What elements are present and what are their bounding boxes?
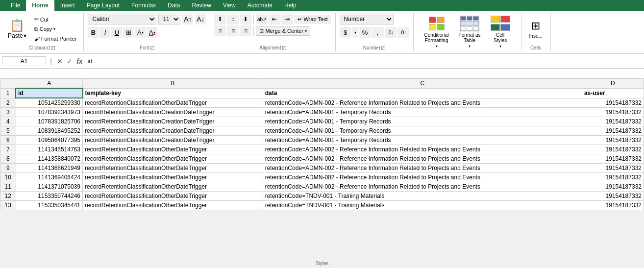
- row-number-8[interactable]: 8: [0, 154, 16, 164]
- cell-D8[interactable]: 19154187332: [582, 154, 644, 164]
- cell-D12[interactable]: 19154187332: [582, 192, 644, 201]
- cell-A4[interactable]: 1078391825706: [16, 117, 83, 126]
- align-top-button[interactable]: ⬆: [214, 14, 226, 24]
- cell-B7[interactable]: recordRetentionClassificationOtherDateTr…: [83, 145, 263, 154]
- cell-B2[interactable]: recordRetentionClassificationOtherDateTr…: [83, 98, 263, 108]
- comma-button[interactable]: ,: [372, 27, 384, 38]
- alignment-expand-icon[interactable]: ⌐: [282, 46, 286, 50]
- cell-B12[interactable]: recordRetentionClassificationOtherDateTr…: [83, 192, 263, 201]
- paste-button[interactable]: 📋 Paste ▾: [4, 14, 30, 44]
- cell-A3[interactable]: 1078392343973: [16, 108, 83, 117]
- row-number-9[interactable]: 9: [0, 164, 16, 173]
- row-number-12[interactable]: 12: [0, 192, 16, 201]
- cell-B5[interactable]: recordRetentionClassificationCreationDat…: [83, 126, 263, 136]
- align-left-button[interactable]: ≡: [214, 25, 226, 36]
- cell-C12[interactable]: retentionCode=TNDV-001 - Training Materi…: [263, 192, 582, 201]
- formula-input[interactable]: [86, 56, 642, 66]
- cell-A2[interactable]: 1051425259330: [16, 98, 83, 108]
- text-orient-button[interactable]: ab↗: [256, 14, 268, 24]
- cell-B10[interactable]: recordRetentionClassificationOtherDateTr…: [83, 173, 263, 182]
- cell-D13[interactable]: 19154187332: [582, 201, 644, 210]
- decrease-decimal-button[interactable]: .0↓: [385, 27, 396, 38]
- cell-C13[interactable]: retentionCode=TNDV-001 - Training Materi…: [263, 201, 582, 210]
- cell-C3[interactable]: retentionCode=ADMN-001 - Temporary Recor…: [263, 108, 582, 117]
- underline-button[interactable]: U: [111, 27, 122, 38]
- col-header-b[interactable]: B: [83, 79, 263, 89]
- tab-insert[interactable]: Insert: [54, 0, 81, 11]
- cell-A7[interactable]: 1141345514763: [16, 145, 83, 154]
- formula-fx-icon[interactable]: fx: [75, 56, 83, 66]
- conditional-formatting-button[interactable]: ConditionalFormatting ▾: [421, 14, 453, 50]
- row-number-3[interactable]: 3: [0, 108, 16, 117]
- cell-A10[interactable]: 1141369406424: [16, 173, 83, 182]
- cell-B3[interactable]: recordRetentionClassificationCreationDat…: [83, 108, 263, 117]
- percent-button[interactable]: %: [359, 27, 371, 38]
- format-painter-button[interactable]: 🖌 Format Painter: [32, 35, 79, 43]
- cell-A12[interactable]: 1153350744246: [16, 192, 83, 201]
- tab-home[interactable]: Home: [26, 0, 54, 11]
- row-number-11[interactable]: 11: [0, 182, 16, 192]
- wrap-text-button[interactable]: ↵ Wrap Text: [294, 15, 331, 24]
- indent-decrease-button[interactable]: ⇤: [269, 14, 280, 24]
- align-center-button[interactable]: ≡: [227, 25, 239, 36]
- number-format-select[interactable]: Number: [340, 14, 394, 24]
- cell-D10[interactable]: 19154187332: [582, 173, 644, 182]
- tab-view[interactable]: View: [217, 0, 242, 11]
- cell-D4[interactable]: 19154187332: [582, 117, 644, 126]
- align-bottom-button[interactable]: ⬇: [240, 14, 251, 24]
- align-middle-button[interactable]: ↕: [227, 14, 239, 24]
- clipboard-expand-icon[interactable]: ⌐: [51, 46, 55, 50]
- indent-increase-button[interactable]: ⇥: [281, 14, 293, 24]
- cell-D3[interactable]: 19154187332: [582, 108, 644, 117]
- fill-color-button[interactable]: A▾: [135, 27, 146, 38]
- row-number-6[interactable]: 6: [0, 136, 16, 145]
- name-box[interactable]: [2, 56, 46, 66]
- tab-file[interactable]: File: [5, 0, 26, 11]
- cell-A8[interactable]: 1141358840072: [16, 154, 83, 164]
- row-number-13[interactable]: 13: [0, 201, 16, 210]
- cell-C7[interactable]: retentionCode=ADMN-002 - Reference Infor…: [263, 145, 582, 154]
- tab-review[interactable]: Review: [186, 0, 217, 11]
- formula-cancel-icon[interactable]: ✕: [56, 56, 64, 66]
- tab-data[interactable]: Data: [162, 0, 186, 11]
- cell-B4[interactable]: recordRetentionClassificationCreationDat…: [83, 117, 263, 126]
- cell-C5[interactable]: retentionCode=ADMN-001 - Temporary Recor…: [263, 126, 582, 136]
- cell-D2[interactable]: 19154187332: [582, 98, 644, 108]
- font-family-select[interactable]: Calibri: [88, 14, 156, 24]
- row-number-5[interactable]: 5: [0, 126, 16, 136]
- currency-dropdown[interactable]: ▾: [352, 27, 358, 38]
- cell-D5[interactable]: 19154187332: [582, 126, 644, 136]
- cell-C8[interactable]: retentionCode=ADMN-002 - Reference Infor…: [263, 154, 582, 164]
- cell-C4[interactable]: retentionCode=ADMN-001 - Temporary Recor…: [263, 117, 582, 126]
- cell-C6[interactable]: retentionCode=ADMN-001 - Temporary Recor…: [263, 136, 582, 145]
- row-number-7[interactable]: 7: [0, 145, 16, 154]
- row-number-1[interactable]: 1: [0, 88, 16, 98]
- cut-button[interactable]: ✂ Cut: [32, 15, 79, 24]
- cell-C11[interactable]: retentionCode=ADMN-002 - Reference Infor…: [263, 182, 582, 192]
- cell-A13[interactable]: 1153350345441: [16, 201, 83, 210]
- formula-confirm-icon[interactable]: ✓: [66, 56, 74, 66]
- row-number-2[interactable]: 2: [0, 98, 16, 108]
- cell-A6[interactable]: 1095864077395: [16, 136, 83, 145]
- cell-D6[interactable]: 19154187332: [582, 136, 644, 145]
- cell-B8[interactable]: recordRetentionClassificationOtherDateTr…: [83, 154, 263, 164]
- cell-styles-button[interactable]: CellStyles ▾: [487, 14, 514, 50]
- font-color-button[interactable]: A▾: [147, 27, 157, 38]
- align-right-button[interactable]: ≡: [240, 25, 251, 36]
- header-cell-B[interactable]: template-key: [83, 88, 263, 98]
- header-cell-A[interactable]: id: [16, 88, 83, 98]
- tab-page-layout[interactable]: Page Layout: [81, 0, 125, 11]
- copy-dropdown-icon[interactable]: ▾: [53, 27, 55, 31]
- tab-automate[interactable]: Automate: [242, 0, 278, 11]
- copy-button[interactable]: ⧉ Copy ▾: [32, 25, 79, 33]
- cell-C2[interactable]: retentionCode=ADMN-002 - Reference Infor…: [263, 98, 582, 108]
- currency-button[interactable]: $: [340, 27, 351, 38]
- cell-A11[interactable]: 1141371075039: [16, 182, 83, 192]
- italic-button[interactable]: I: [99, 27, 110, 38]
- cell-D7[interactable]: 19154187332: [582, 145, 644, 154]
- row-number-4[interactable]: 4: [0, 117, 16, 126]
- font-expand-icon[interactable]: ⌐: [150, 46, 154, 50]
- cell-A5[interactable]: 1083918495252: [16, 126, 83, 136]
- header-cell-D[interactable]: as-user: [582, 88, 644, 98]
- merge-center-button[interactable]: ⊡ Merge & Center ▾: [256, 26, 310, 36]
